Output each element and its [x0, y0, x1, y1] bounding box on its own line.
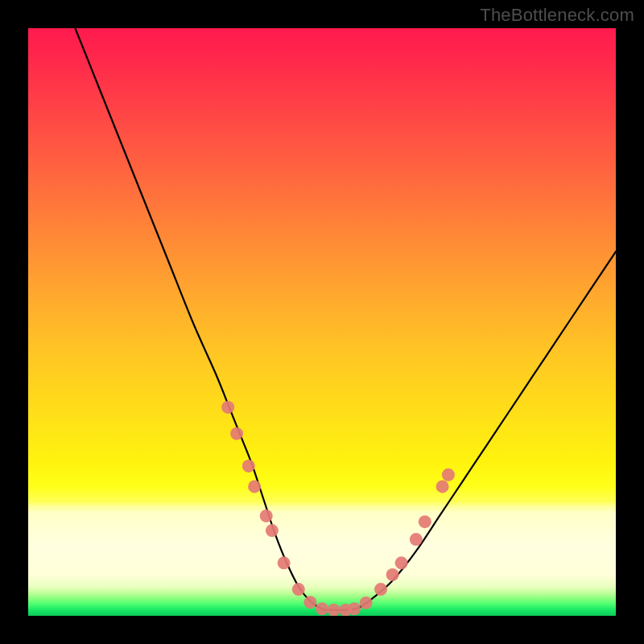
curve-marker [278, 556, 291, 569]
curve-marker [221, 401, 234, 414]
bottleneck-curve-path [75, 28, 616, 610]
chart-frame: TheBottleneck.com [0, 0, 644, 644]
curve-marker [266, 524, 279, 537]
curve-marker [230, 427, 243, 440]
plot-area [28, 28, 616, 616]
curve-marker [386, 568, 399, 581]
curve-marker [292, 583, 305, 596]
curve-marker [442, 469, 455, 481]
curve-marker [374, 583, 387, 596]
curve-marker [410, 533, 423, 546]
curve-marker [303, 596, 316, 609]
curve-marker [248, 480, 261, 493]
curve-marker [419, 515, 431, 528]
curve-marker [260, 510, 273, 522]
curve-marker [360, 597, 373, 609]
curve-marker [436, 480, 449, 493]
curve-marker [348, 602, 361, 615]
curve-markers [221, 401, 455, 616]
curve-marker [328, 604, 341, 616]
bottleneck-curve-svg [28, 28, 616, 616]
watermark-text: TheBottleneck.com [480, 5, 634, 26]
curve-marker [242, 460, 255, 473]
curve-marker [316, 602, 328, 615]
curve-marker [395, 556, 408, 569]
